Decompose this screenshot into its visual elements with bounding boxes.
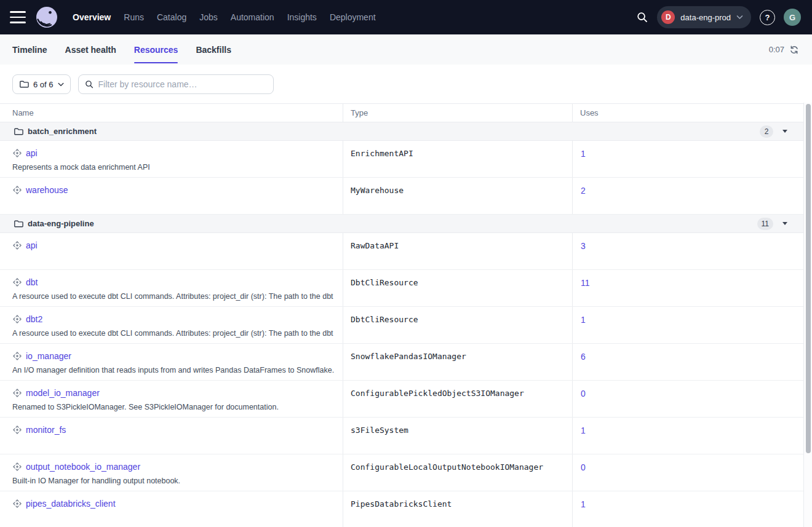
resource-icon (12, 277, 22, 287)
table-row: model_io_managerRenamed to S3PickleIOMan… (0, 381, 803, 418)
collapse-caret-icon[interactable] (782, 130, 787, 133)
tab-backfills[interactable]: Backfills (196, 34, 231, 65)
resource-name-cell: output_notebook_io_managerBuilt-in IO Ma… (0, 454, 343, 491)
resource-icon (12, 314, 22, 324)
table-row: dbtA resource used to execute dbt CLI co… (0, 270, 803, 307)
resource-uses-cell: 0 (572, 454, 803, 491)
resource-type: SnowflakePandasIOManager (343, 344, 572, 380)
resource-link[interactable]: dbt (26, 277, 38, 287)
resource-uses-cell: 1 (572, 418, 803, 454)
nav-item-deployment[interactable]: Deployment (330, 12, 376, 22)
resource-uses-cell: 11 (572, 270, 803, 306)
resource-type: DbtCliResource (343, 270, 572, 306)
resource-type: RawDataAPI (343, 233, 572, 269)
resource-uses-link[interactable]: 0 (581, 389, 586, 398)
tab-asset-health[interactable]: Asset health (65, 34, 116, 65)
tab-bar: TimelineAsset healthResourcesBackfills 0… (0, 34, 812, 65)
refresh-status: 0:07 (769, 34, 798, 65)
folder-icon (14, 127, 23, 137)
resource-uses-cell: 6 (572, 344, 803, 380)
refresh-icon[interactable] (790, 46, 798, 54)
resource-description: Built-in IO Manager for handling output … (12, 477, 334, 485)
resource-type: s3FileSystem (343, 418, 572, 454)
top-navbar: OverviewRunsCatalogJobsAutomationInsight… (0, 0, 812, 34)
resource-type: EnrichmentAPI (343, 141, 572, 177)
menu-icon[interactable] (10, 11, 26, 23)
table-body: batch_enrichment2apiRepresents a mock da… (0, 122, 803, 527)
folder-icon (14, 219, 23, 229)
resource-name-cell: dbtA resource used to execute dbt CLI co… (0, 270, 343, 306)
nav-item-automation[interactable]: Automation (231, 12, 274, 22)
resource-link[interactable]: warehouse (26, 185, 68, 195)
group-filter-label: 6 of 6 (33, 80, 54, 89)
resource-uses-link[interactable]: 6 (581, 352, 586, 362)
collapse-caret-icon[interactable] (782, 222, 787, 225)
resource-uses-link[interactable]: 0 (581, 462, 586, 472)
resource-uses-link[interactable]: 1 (581, 149, 586, 159)
resource-link[interactable]: io_manager (26, 351, 71, 361)
column-header-type: Type (343, 104, 572, 122)
table-row: apiRawDataAPI3 (0, 233, 803, 270)
nav-item-overview[interactable]: Overview (73, 12, 111, 22)
folder-icon (19, 79, 29, 89)
table-row: monitor_fss3FileSystem1 (0, 418, 803, 454)
resource-description: A resource used to execute dbt CLI comma… (12, 329, 334, 338)
group-row-batch-enrichment[interactable]: batch_enrichment2 (0, 122, 803, 141)
nav-item-insights[interactable]: Insights (287, 12, 317, 22)
resource-icon (12, 185, 22, 195)
resource-uses-link[interactable]: 3 (581, 241, 586, 251)
resource-link[interactable]: api (26, 240, 38, 250)
deployment-name: data-eng-prod (680, 13, 731, 22)
chevron-down-icon (736, 15, 743, 20)
resource-link[interactable]: api (26, 148, 38, 158)
resource-uses-link[interactable]: 11 (581, 278, 590, 288)
group-row-data-eng-pipeline[interactable]: data-eng-pipeline11 (0, 215, 803, 233)
resource-uses-link[interactable]: 1 (581, 426, 586, 435)
resource-name-cell: warehouse (0, 178, 343, 214)
group-count-badge: 2 (760, 125, 773, 138)
nav-item-runs[interactable]: Runs (124, 12, 144, 22)
resource-link[interactable]: monitor_fs (26, 425, 66, 435)
resource-uses-link[interactable]: 1 (581, 499, 586, 509)
resource-uses-cell: 1 (572, 491, 803, 527)
resource-description: Represents a mock data enrichment API (12, 163, 334, 172)
tab-timeline[interactable]: Timeline (12, 34, 47, 65)
resource-type: ConfigurablePickledObjectS3IOManager (343, 381, 572, 417)
table-row: io_managerAn I/O manager definition that… (0, 344, 803, 381)
resource-icon (12, 148, 22, 158)
resource-name-cell: model_io_managerRenamed to S3PickleIOMan… (0, 381, 343, 417)
nav-item-jobs[interactable]: Jobs (199, 12, 218, 22)
group-filter-button[interactable]: 6 of 6 (12, 74, 71, 94)
search-icon (85, 80, 94, 89)
table-row: pipes_databricks_clientPipesDatabricksCl… (0, 491, 803, 527)
resource-uses-link[interactable]: 1 (581, 315, 586, 325)
dagster-logo-icon[interactable] (36, 6, 58, 28)
deployment-switcher[interactable]: D data-eng-prod (657, 6, 751, 28)
avatar[interactable]: G (784, 9, 801, 26)
help-icon[interactable]: ? (760, 10, 775, 25)
group-count-badge: 11 (757, 218, 773, 230)
scrollbar-thumb[interactable] (806, 104, 811, 453)
nav-item-catalog[interactable]: Catalog (157, 12, 186, 22)
group-name: data-eng-pipeline (28, 219, 94, 228)
resource-link[interactable]: output_notebook_io_manager (26, 462, 140, 472)
resources-table: Name Type Uses batch_enrichment2apiRepre… (0, 103, 803, 527)
tab-resources[interactable]: Resources (134, 34, 178, 65)
search-icon[interactable] (636, 11, 648, 23)
resource-uses-cell: 1 (572, 141, 803, 177)
resource-filter-input[interactable] (98, 79, 267, 89)
resource-icon (12, 240, 22, 250)
resource-name-cell: dbt2A resource used to execute dbt CLI c… (0, 307, 343, 343)
resource-link[interactable]: pipes_databricks_client (26, 499, 116, 509)
resource-icon (12, 351, 22, 361)
scrollbar-track[interactable] (803, 103, 812, 527)
resource-link[interactable]: dbt2 (26, 314, 42, 324)
table-row: output_notebook_io_managerBuilt-in IO Ma… (0, 454, 803, 491)
resource-name-cell: io_managerAn I/O manager definition that… (0, 344, 343, 380)
resource-uses-link[interactable]: 2 (581, 186, 586, 196)
resource-icon (12, 425, 22, 435)
resource-link[interactable]: model_io_manager (26, 388, 100, 398)
deployment-initial-badge: D (661, 10, 675, 24)
table-row: dbt2A resource used to execute dbt CLI c… (0, 307, 803, 344)
resource-type: DbtCliResource (343, 307, 572, 343)
